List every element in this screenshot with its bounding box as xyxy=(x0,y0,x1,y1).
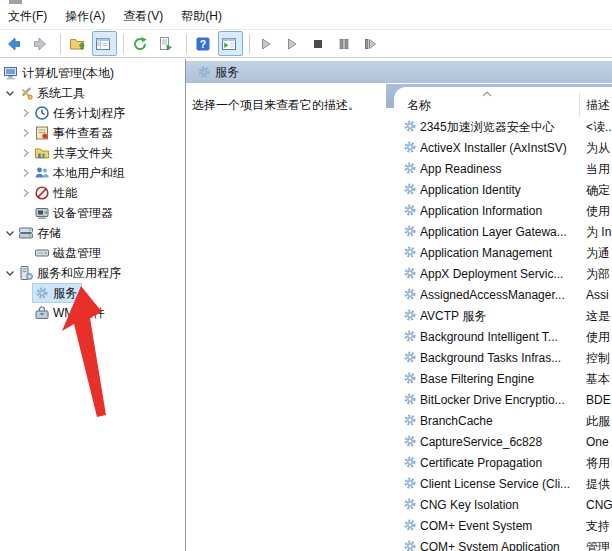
tree-item[interactable]: 共享文件夹 xyxy=(0,143,183,163)
service-name: CaptureService_6c828 xyxy=(420,432,578,453)
tree-item[interactable]: 事件查看器 xyxy=(0,123,183,143)
chevron-right-icon[interactable] xyxy=(18,145,34,161)
chevron-down-icon[interactable] xyxy=(2,85,18,101)
refresh-button[interactable] xyxy=(129,31,154,56)
service-row[interactable]: App Readiness当用 xyxy=(394,159,612,180)
tree-item-label: 服务和应用程序 xyxy=(37,263,121,283)
service-row[interactable]: CaptureService_6c828One xyxy=(394,432,612,453)
service-row[interactable]: Application Management为通 xyxy=(394,243,612,264)
service-description: 这是 xyxy=(586,306,610,327)
service-row[interactable]: COM+ System Application管理 xyxy=(394,537,612,551)
export-list-button[interactable] xyxy=(155,31,180,56)
start-service-button[interactable] xyxy=(255,31,280,56)
forward-button[interactable] xyxy=(29,31,54,56)
chevron-right-icon[interactable] xyxy=(18,185,34,201)
service-row[interactable]: BitLocker Drive Encryptio...BDE xyxy=(394,390,612,411)
chevron-down-icon[interactable] xyxy=(2,265,18,281)
gear-icon xyxy=(402,202,418,218)
tree-item-content: 任务计划程序 xyxy=(33,104,129,122)
service-row[interactable]: Client License Service (Cli...提供 xyxy=(394,474,612,495)
service-row[interactable]: COM+ Event System支持 xyxy=(394,516,612,537)
service-row[interactable]: Background Intelligent T...使用 xyxy=(394,327,612,348)
gear-icon xyxy=(402,475,418,491)
chevron-down-icon[interactable] xyxy=(2,225,18,241)
menu-item[interactable]: 文件(F) xyxy=(3,5,52,28)
service-row[interactable]: AVCTP 服务这是 xyxy=(394,306,612,327)
service-row[interactable]: Application Layer Gatewa...为 In xyxy=(394,222,612,243)
gear-icon xyxy=(402,244,418,260)
service-row[interactable]: AppX Deployment Servic...为部 xyxy=(394,264,612,285)
tree-item[interactable]: 服务和应用程序 xyxy=(0,263,183,283)
tree-item[interactable]: 计算机管理(本地) xyxy=(0,63,183,83)
tree-item[interactable]: 服务 xyxy=(0,283,183,303)
refresh-icon xyxy=(132,36,148,52)
tree-item[interactable]: 本地用户和组 xyxy=(0,163,183,183)
chevron-right-icon[interactable] xyxy=(18,125,34,141)
service-name: COM+ System Application xyxy=(420,537,578,551)
extended-view-button[interactable] xyxy=(218,31,243,56)
up-one-level-button[interactable] xyxy=(66,31,91,56)
column-header-description[interactable]: 描述 xyxy=(586,97,610,114)
service-row[interactable]: AssignedAccessManager...Assi xyxy=(394,285,612,306)
restart-service-button[interactable] xyxy=(359,31,384,56)
tree-item-label: 磁盘管理 xyxy=(53,243,101,263)
gear-icon xyxy=(402,307,418,323)
tree-item[interactable]: 任务计划程序 xyxy=(0,103,183,123)
tree-item[interactable]: 设备管理器 xyxy=(0,203,183,223)
service-description: 将用 xyxy=(586,453,610,474)
service-row[interactable]: Certificate Propagation将用 xyxy=(394,453,612,474)
service-row[interactable]: ActiveX Installer (AxInstSV)为从 xyxy=(394,138,612,159)
console-window-icon xyxy=(95,36,111,52)
service-row[interactable]: 2345加速浏览器安全中心<读.. xyxy=(394,117,612,138)
storage-icon xyxy=(18,225,34,241)
service-name: Base Filtering Engine xyxy=(420,369,578,390)
service-row[interactable]: BranchCache此服 xyxy=(394,411,612,432)
menu-item[interactable]: 操作(A) xyxy=(60,5,110,28)
service-row[interactable]: Background Tasks Infras...控制 xyxy=(394,348,612,369)
disk-icon xyxy=(34,245,50,261)
service-name: AppX Deployment Servic... xyxy=(420,264,578,285)
services-gear-icon xyxy=(196,64,212,80)
resume-service-button[interactable] xyxy=(281,31,306,56)
service-description: CNG xyxy=(586,495,612,516)
help-button[interactable]: ? xyxy=(192,31,217,56)
tree-item-label: 事件查看器 xyxy=(53,123,113,143)
tree-item-label: 本地用户和组 xyxy=(53,163,125,183)
back-button[interactable] xyxy=(3,31,28,56)
tree-item[interactable]: 性能 xyxy=(0,183,183,203)
play-icon xyxy=(284,36,300,52)
service-description: 确定 xyxy=(586,180,610,201)
tree-item-label: 共享文件夹 xyxy=(53,143,113,163)
service-row[interactable]: Application Identity确定 xyxy=(394,180,612,201)
tree-item[interactable]: 磁盘管理 xyxy=(0,243,183,263)
column-header-name[interactable]: 名称 xyxy=(407,97,431,114)
show-console-tree-button[interactable] xyxy=(92,31,117,56)
service-name: Application Layer Gatewa... xyxy=(420,222,578,243)
service-name: BitLocker Drive Encryptio... xyxy=(420,390,578,411)
service-name: Certificate Propagation xyxy=(420,453,578,474)
service-row[interactable]: Base Filtering Engine基本 xyxy=(394,369,612,390)
chevron-right-icon[interactable] xyxy=(18,165,34,181)
tree-item-content: 磁盘管理 xyxy=(33,244,105,262)
menu-item[interactable]: 帮助(H) xyxy=(176,5,227,28)
service-row[interactable]: Application Information使用 xyxy=(394,201,612,222)
service-row[interactable]: CNG Key IsolationCNG xyxy=(394,495,612,516)
gear-icon xyxy=(402,160,418,176)
pause-service-button[interactable] xyxy=(333,31,358,56)
service-description: 使用 xyxy=(586,327,610,348)
tree-item[interactable]: 存储 xyxy=(0,223,183,243)
service-description: Assi xyxy=(586,285,609,306)
console-tree: 计算机管理(本地)系统工具任务计划程序事件查看器共享文件夹本地用户和组性能设备管… xyxy=(0,59,183,551)
service-description: One xyxy=(586,432,609,453)
tree-item[interactable]: WMI 控件 xyxy=(0,303,183,323)
pause-icon xyxy=(336,36,352,52)
tree-item-content: WMI 控件 xyxy=(33,304,109,322)
stop-service-button[interactable] xyxy=(307,31,332,56)
menu-item[interactable]: 查看(V) xyxy=(118,5,168,28)
service-description: 使用 xyxy=(586,201,610,222)
shared-folder-icon xyxy=(34,145,50,161)
tree-item[interactable]: 系统工具 xyxy=(0,83,183,103)
wmi-icon xyxy=(34,305,50,321)
tree-item-label: 计算机管理(本地) xyxy=(22,63,114,83)
chevron-right-icon[interactable] xyxy=(18,105,34,121)
